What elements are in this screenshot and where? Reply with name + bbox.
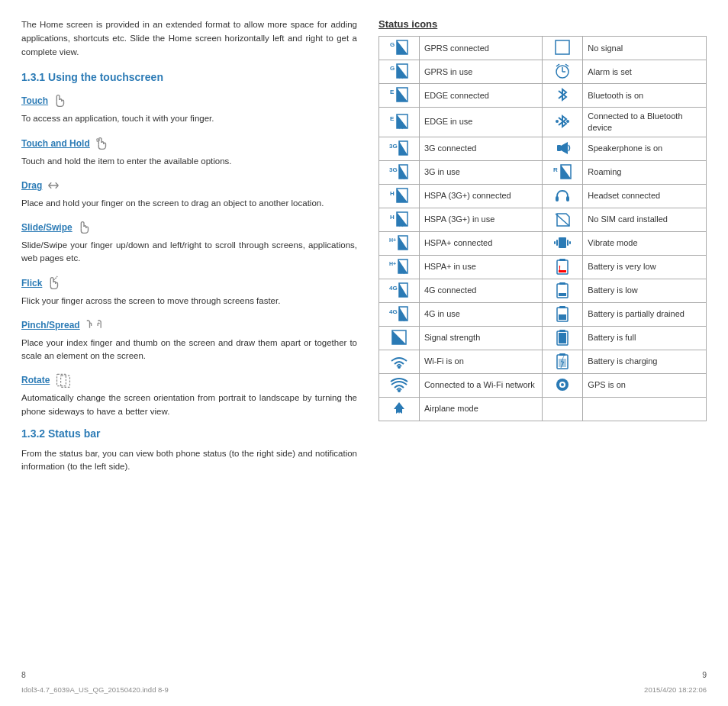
status-label-cell: Roaming [583,160,707,184]
status-icon-cell: 3G [379,137,420,160]
drag-icon [45,177,62,194]
rotate-icon [53,372,69,388]
status-icon-cell: R [543,160,583,184]
meta-right: 2015/4/20 18:22:06 [644,685,707,694]
flick-label: Flick [21,275,62,292]
svg-rect-76 [559,314,566,320]
status-label-cell [583,397,707,421]
table-row: EEDGE connectedBluetooth is on [379,84,707,108]
svg-text:↑↓: ↑↓ [398,222,404,227]
svg-text:!: ! [559,264,561,272]
drag-item: Drag Place and hold your finger on the s… [21,177,357,210]
table-row: E↑↓EDGE in useConnected to a Bluetooth d… [379,108,707,137]
svg-rect-2 [61,376,70,388]
svg-text:↑↓: ↑↓ [400,269,405,275]
svg-marker-36 [561,165,571,179]
status-label-cell: No SIM card installed [583,208,707,231]
status-icon-cell [543,373,583,397]
table-row: 3G↑↓3G in useRRoaming [379,160,707,184]
table-row: H↑↓HSPA (3G+) in useNo SIM card installe… [379,208,707,231]
svg-text:H+: H+ [389,237,396,243]
status-icon-cell [379,326,420,350]
page-footer: 8 9 [0,664,728,684]
status-icon-cell [543,397,583,421]
status-icon-cell [543,108,583,137]
status-label-cell: Connected to a Wi-Fi network [419,373,543,397]
flick-icon [45,275,62,292]
status-icons-table: GGPRS connectedNo signalG↑↓GPRS in useAl… [378,36,707,421]
status-label-cell: Battery is partially drained [583,302,707,326]
rotate-item: Rotate Automatically change the screen o… [21,372,357,418]
status-label-cell: GPS is on [583,373,707,397]
statusbar-desc: From the status bar, you can view both p… [21,447,357,474]
svg-rect-41 [566,196,569,201]
touch-desc: To access an application, touch it with … [21,112,357,125]
status-icon-cell [543,84,583,108]
status-icon-cell [543,350,583,373]
status-icon-cell: G [379,37,420,60]
status-label-cell: 4G connected [419,279,543,302]
section-131-heading: 1.3.1 Using the touchscreen [21,71,357,83]
pinch-spread-label: Pinch/Spread [21,317,100,334]
status-icon-cell [543,137,583,160]
status-label-cell: Battery is low [583,279,707,302]
status-icon-cell: H [379,184,420,208]
status-icon-cell [543,326,583,350]
slide-swipe-label: Slide/Swipe [21,219,92,236]
status-label-cell: GPRS in use [419,60,543,84]
touch-and-hold-desc: Touch and hold the item to enter the ava… [21,155,357,168]
pinch-spread-desc: Place your index finger and thumb on the… [21,337,357,363]
status-icon-cell: H+↑↓ [379,255,420,279]
svg-point-24 [566,120,569,123]
status-label-cell: Alarm is set [583,60,707,84]
svg-point-87 [398,389,401,392]
svg-marker-6 [556,40,569,54]
status-label-cell: Speakerphone is on [583,137,707,160]
svg-text:H+: H+ [389,261,396,266]
touch-and-hold-icon [93,135,110,152]
svg-text:4G: 4G [389,285,398,292]
slide-swipe-desc: Slide/Swipe your finger up/down and left… [21,239,357,266]
table-row: Connected to a Wi-Fi networkGPS is on [379,373,707,397]
status-icon-cell [379,397,420,421]
status-label-cell: HSPA (3G+) connected [419,184,543,208]
status-label-cell: No signal [583,37,707,60]
svg-rect-40 [556,196,559,201]
status-icon-cell [543,231,583,255]
table-row: 4G4G connectedBattery is low [379,279,707,302]
status-label-cell: Battery is charging [583,350,707,373]
svg-text:↑↓: ↑↓ [400,317,405,322]
svg-point-90 [561,383,564,386]
svg-text:↑↓: ↑↓ [398,74,404,79]
table-row: HHSPA (3G+) connectedHeadset connected [379,184,707,208]
intro-text: The Home screen is provided in an extend… [21,18,357,59]
page-number-right: 9 [702,670,707,679]
status-icon-cell: E [379,84,420,108]
svg-point-83 [398,366,401,369]
status-icon-cell [543,302,583,326]
meta-left: Idol3-4.7_6039A_US_QG_20150420.indd 8-9 [21,685,169,694]
svg-text:G: G [390,65,395,72]
table-row: H+↑↓HSPA+ in use!Battery is very low [379,255,707,279]
status-label-cell: HSPA+ in use [419,255,543,279]
svg-text:E: E [390,89,395,95]
table-row: Airplane mode [379,397,707,421]
svg-rect-51 [559,237,566,248]
svg-marker-18 [397,88,407,102]
section-132: 1.3.2 Status bar From the status bar, yo… [21,427,357,474]
status-icon-cell: H+ [379,231,420,255]
status-label-cell: 3G in use [419,160,543,184]
svg-marker-78 [392,330,406,344]
status-icon-cell [543,208,583,231]
status-icons-title: Status icons [378,18,707,30]
table-row: Wi-Fi is onBattery is charging [379,350,707,373]
status-icon-cell: ! [543,255,583,279]
left-column: The Home screen is provided in an extend… [21,18,357,649]
svg-marker-5 [397,40,407,54]
pinch-spread-icon [83,317,100,334]
drag-label: Drag [21,177,62,194]
table-row: GGPRS connectedNo signal [379,37,707,60]
svg-text:R: R [553,166,558,173]
rotate-desc: Automatically change the screen orientat… [21,392,357,418]
svg-text:3G: 3G [389,143,398,150]
